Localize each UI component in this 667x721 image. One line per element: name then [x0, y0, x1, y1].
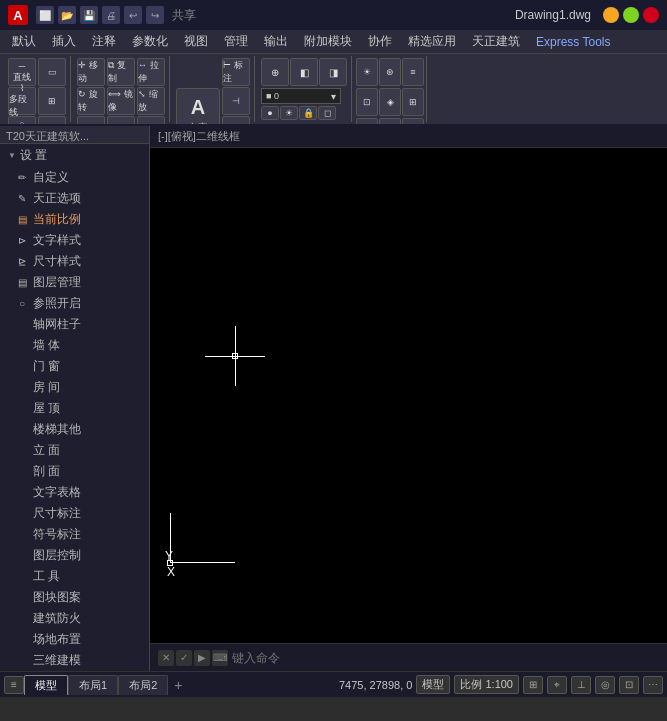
sidebar-item-stair[interactable]: 楼梯其他 — [0, 419, 149, 440]
line-button[interactable]: ─直线 — [8, 58, 36, 86]
sidebar-item-siteplan[interactable]: 场地布置 — [0, 629, 149, 650]
mirror-button[interactable]: ⟺ 镜像 — [107, 87, 135, 115]
layer-dropdown[interactable]: ■ 0 ▾ — [261, 88, 341, 104]
model-space-button[interactable]: 模型 — [416, 675, 450, 694]
drawing-canvas[interactable]: Y X — [150, 148, 667, 643]
sidebar-item-custom[interactable]: ✏ 自定义 — [0, 167, 149, 188]
menu-item-output[interactable]: 输出 — [256, 31, 296, 52]
sidebar-item-layermgr[interactable]: ▤ 图层管理 — [0, 272, 149, 293]
close-button[interactable] — [643, 7, 659, 23]
gradient-button[interactable]: ▓ — [38, 116, 66, 126]
extra6[interactable]: ⊞ — [402, 118, 424, 126]
undo-icon[interactable]: ↩ — [124, 6, 142, 24]
extra5[interactable]: ▤ — [379, 118, 401, 126]
cmd-icon-arrow[interactable]: ▶ — [194, 650, 210, 666]
sidebar-item-textgrid[interactable]: 文字表格 — [0, 482, 149, 503]
text-button[interactable]: A 文字 — [176, 88, 220, 127]
sidebar-item-room[interactable]: 房 间 — [0, 377, 149, 398]
grid-button[interactable]: ⊞ — [523, 676, 543, 694]
snap-button[interactable]: ⌖ — [547, 676, 567, 694]
new-icon[interactable]: ⬜ — [36, 6, 54, 24]
layer-manager-button[interactable]: ⊕ — [261, 58, 289, 86]
sidebar-item-roof[interactable]: 屋 顶 — [0, 398, 149, 419]
circle-button[interactable]: ○圆 — [8, 116, 36, 126]
extra1[interactable]: ⊡ — [356, 88, 378, 116]
sidebar-item-3dmodel[interactable]: 三维建模 — [0, 650, 149, 671]
ortho-button[interactable]: ⊥ — [571, 676, 591, 694]
cmd-icon-x[interactable]: ✕ — [158, 650, 174, 666]
sidebar-item-layerctrl[interactable]: 图层控制 — [0, 545, 149, 566]
tab-layout1[interactable]: 布局1 — [68, 675, 118, 695]
layer-prop4[interactable]: ◻ — [318, 106, 336, 120]
tab-model[interactable]: 模型 — [24, 675, 68, 695]
extra2[interactable]: ◈ — [379, 88, 401, 116]
stretch-button[interactable]: ↔ 拉伸 — [137, 58, 165, 86]
settings-button[interactable]: ⋯ — [643, 676, 663, 694]
hatch-button[interactable]: ⊞ — [38, 87, 66, 115]
scale-button[interactable]: ⤡ 缩放 — [137, 87, 165, 115]
sidebar-item-blockpattern[interactable]: 图块图案 — [0, 587, 149, 608]
trim-button[interactable]: ✂ — [77, 116, 105, 126]
cmd-icon-keyboard[interactable]: ⌨ — [212, 650, 228, 666]
layer-state-button[interactable]: ◧ — [290, 58, 318, 86]
rect-button[interactable]: ▭ — [38, 58, 66, 86]
extra3[interactable]: ⊞ — [402, 88, 424, 116]
menu-item-collab[interactable]: 协作 — [360, 31, 400, 52]
scale-button[interactable]: 比例 1:100 — [454, 675, 519, 694]
sidebar-item-xref[interactable]: ○ 参照开启 — [0, 293, 149, 314]
dimension-button[interactable]: ⊢ 标注 — [222, 58, 250, 86]
extend-button[interactable]: ⇔ — [107, 116, 135, 126]
array-button[interactable]: ⊞ — [137, 116, 165, 126]
polar-button[interactable]: ◎ — [595, 676, 615, 694]
menu-item-featured[interactable]: 精选应用 — [400, 31, 464, 52]
redo-icon[interactable]: ↪ — [146, 6, 164, 24]
sidebar-item-door-win[interactable]: 门 窗 — [0, 356, 149, 377]
sidebar-item-tools[interactable]: 工 具 — [0, 566, 149, 587]
sidebar-item-dimstyle[interactable]: ⊵ 尺寸样式 — [0, 251, 149, 272]
sidebar-item-wall[interactable]: 墙 体 — [0, 335, 149, 356]
properties-button[interactable]: ☀ — [356, 58, 378, 86]
sidebar-item-scale[interactable]: ▤ 当前比例 — [0, 209, 149, 230]
menu-item-annotate[interactable]: 注释 — [84, 31, 124, 52]
leader-button[interactable]: ⊽ — [222, 116, 250, 126]
move-button[interactable]: ✛ 移动 — [77, 58, 105, 86]
layer-prop3[interactable]: 🔒 — [299, 106, 317, 120]
menu-item-tjarch[interactable]: 天正建筑 — [464, 31, 528, 52]
sidebar-item-options[interactable]: ✎ 天正选项 — [0, 188, 149, 209]
list-button[interactable]: ≡ — [402, 58, 424, 86]
layer-isolate-button[interactable]: ◨ — [319, 58, 347, 86]
sidebar-item-symbanno[interactable]: 符号标注 — [0, 524, 149, 545]
sidebar-item-dimanno[interactable]: 尺寸标注 — [0, 503, 149, 524]
menu-item-addons[interactable]: 附加模块 — [296, 31, 360, 52]
sidebar-item-section[interactable]: 剖 面 — [0, 461, 149, 482]
sidebar-item-fireprotect[interactable]: 建筑防火 — [0, 608, 149, 629]
menu-item-view[interactable]: 视图 — [176, 31, 216, 52]
menu-item-parametric[interactable]: 参数化 — [124, 31, 176, 52]
menu-item-express[interactable]: Express Tools — [528, 33, 618, 51]
sidebar-item-elevation[interactable]: 立 面 — [0, 440, 149, 461]
add-layout-button[interactable]: + — [168, 675, 188, 695]
sidebar-item-grid-col[interactable]: 轴网柱子 — [0, 314, 149, 335]
menu-item-manage[interactable]: 管理 — [216, 31, 256, 52]
layer-prop2[interactable]: ☀ — [280, 106, 298, 120]
open-icon[interactable]: 📂 — [58, 6, 76, 24]
cmd-icon-check[interactable]: ✓ — [176, 650, 192, 666]
sidebar-section-settings[interactable]: ▼ 设 置 — [0, 144, 149, 167]
menu-item-insert[interactable]: 插入 — [44, 31, 84, 52]
layer-prop1[interactable]: ● — [261, 106, 279, 120]
menu-item-default[interactable]: 默认 — [4, 31, 44, 52]
extra4[interactable]: ◧ — [356, 118, 378, 126]
copy-button[interactable]: ⧉ 复制 — [107, 58, 135, 86]
sidebar-item-textstyle[interactable]: ⊳ 文字样式 — [0, 230, 149, 251]
save-icon[interactable]: 💾 — [80, 6, 98, 24]
print-icon[interactable]: 🖨 — [102, 6, 120, 24]
rotate-button[interactable]: ↻ 旋转 — [77, 87, 105, 115]
maximize-button[interactable] — [623, 7, 639, 23]
command-input[interactable] — [232, 651, 659, 665]
tab-menu-button[interactable]: ≡ — [4, 676, 24, 694]
minimize-button[interactable] — [603, 7, 619, 23]
match-props-button[interactable]: ⊛ — [379, 58, 401, 86]
dim-type-button[interactable]: ⊣ — [222, 87, 250, 115]
polyline-button[interactable]: ⌇多段线 — [8, 87, 36, 115]
zoom-button[interactable]: ⊡ — [619, 676, 639, 694]
